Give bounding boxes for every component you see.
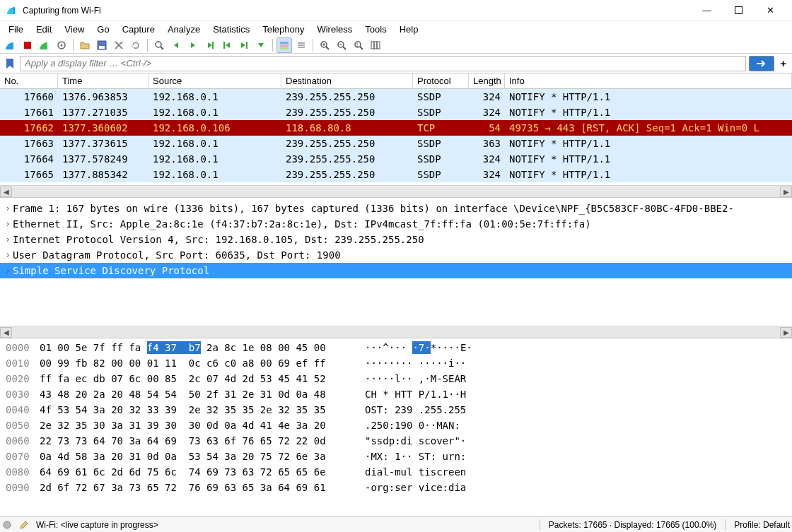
svg-text:1: 1 [356, 42, 359, 47]
details-scrollbar[interactable]: ◀▶ [0, 326, 792, 338]
bookmark-icon[interactable] [3, 59, 17, 69]
status-interface: Wi-Fi: <live capture in progress> [36, 520, 158, 530]
go-back-button[interactable] [168, 37, 184, 53]
save-file-button[interactable] [94, 37, 110, 53]
column-header-length[interactable]: Length [469, 73, 505, 88]
column-header-info[interactable]: Info [505, 73, 792, 88]
svg-line-24 [343, 47, 346, 49]
svg-rect-0 [735, 7, 742, 14]
reload-button[interactable] [128, 37, 144, 53]
menu-edit[interactable]: Edit [30, 23, 57, 36]
svg-point-32 [4, 521, 11, 528]
zoom-in-button[interactable] [317, 37, 332, 53]
svg-line-20 [326, 47, 329, 49]
column-header-time[interactable]: Time [58, 73, 148, 88]
column-header-destination[interactable]: Destination [281, 73, 413, 88]
zoom-reset-button[interactable]: 1 [351, 37, 366, 53]
status-packets: Packets: 17665 · Displayed: 17665 (100.0… [549, 520, 716, 530]
maximize-button[interactable] [723, 1, 755, 20]
hex-row[interactable]: 001000 99 fb 82 00 00 01 11 0c c6 c0 a8 … [0, 355, 792, 371]
text-colorize-button[interactable] [293, 37, 309, 53]
svg-line-9 [161, 47, 163, 49]
menu-wireless[interactable]: Wireless [311, 23, 358, 36]
menu-file[interactable]: File [3, 23, 29, 36]
status-profile[interactable]: Profile: Default [734, 520, 790, 530]
svg-line-27 [360, 47, 363, 49]
hex-row[interactable]: 003043 48 20 2a 20 48 54 54 50 2f 31 2e … [0, 386, 792, 402]
stop-capture-button[interactable] [20, 37, 35, 53]
svg-point-3 [61, 44, 63, 46]
hex-row[interactable]: 00502e 32 35 30 3a 31 39 30 30 0d 0a 4d … [0, 418, 792, 433]
go-to-packet-button[interactable] [202, 37, 218, 53]
svg-rect-14 [280, 45, 289, 47]
window-title: Capturing from Wi-Fi [23, 6, 691, 16]
menu-go[interactable]: Go [91, 23, 115, 36]
close-file-button[interactable] [111, 37, 127, 53]
zoom-out-button[interactable] [334, 37, 349, 53]
svg-rect-13 [280, 42, 289, 44]
column-header-source[interactable]: Source [148, 73, 281, 88]
svg-rect-5 [99, 46, 105, 49]
colorize-button[interactable] [276, 37, 292, 53]
packet-list-scrollbar[interactable]: ◀▶ [0, 185, 792, 197]
status-expert-icon[interactable] [2, 520, 12, 530]
apply-filter-button[interactable] [749, 56, 774, 71]
hex-row[interactable]: 00902d 6f 72 67 3a 73 65 72 76 69 63 65 … [0, 480, 792, 495]
hex-row[interactable]: 00404f 53 54 3a 20 32 33 39 2e 32 35 35 … [0, 402, 792, 418]
hex-row[interactable]: 000001 00 5e 7f ff fa f4 37 b7 2a 8c 1e … [0, 340, 792, 355]
hex-row[interactable]: 008064 69 61 6c 2d 6d 75 6c 74 69 73 63 … [0, 464, 792, 480]
menu-help[interactable]: Help [394, 23, 424, 36]
svg-rect-29 [371, 42, 374, 49]
go-last-button[interactable] [236, 37, 252, 53]
close-button[interactable]: ✕ [755, 1, 786, 20]
open-file-button[interactable] [77, 37, 93, 53]
packet-row[interactable]: 176601376.963853192.168.0.1239.255.255.2… [0, 89, 792, 105]
svg-rect-1 [24, 42, 31, 49]
menu-telephony[interactable]: Telephony [257, 23, 310, 36]
svg-rect-30 [374, 42, 377, 49]
packet-row[interactable]: 176641377.578249192.168.0.1239.255.255.2… [0, 151, 792, 167]
go-forward-button[interactable] [185, 37, 201, 53]
restart-capture-button[interactable] [37, 37, 52, 53]
auto-scroll-button[interactable] [253, 37, 269, 53]
hex-row[interactable]: 00700a 4d 58 3a 20 31 0d 0a 53 54 3a 20 … [0, 449, 792, 464]
wireshark-icon [6, 5, 17, 16]
packet-row[interactable]: 176631377.373615192.168.0.1239.255.255.2… [0, 136, 792, 151]
menu-statistics[interactable]: Statistics [207, 23, 255, 36]
column-header-no[interactable]: No. [0, 73, 58, 88]
protocol-tree-item[interactable]: ›Simple Service Discovery Protocol [0, 263, 792, 278]
protocol-tree-item[interactable]: ›Internet Protocol Version 4, Src: 192.1… [0, 232, 792, 247]
start-capture-button[interactable] [3, 37, 18, 53]
minimize-button[interactable]: ― [691, 1, 723, 20]
find-packet-button[interactable] [151, 37, 167, 53]
packet-row[interactable]: 176621377.360602192.168.0.106118.68.80.8… [0, 120, 792, 136]
protocol-tree-item[interactable]: ›User Datagram Protocol, Src Port: 60635… [0, 247, 792, 263]
svg-rect-15 [280, 47, 289, 49]
menu-tools[interactable]: Tools [359, 23, 392, 36]
packet-row[interactable]: 176611377.271035192.168.0.1239.255.255.2… [0, 105, 792, 120]
protocol-tree-item[interactable]: ›Frame 1: 167 bytes on wire (1336 bits),… [0, 201, 792, 216]
display-filter-input[interactable] [20, 56, 746, 71]
svg-rect-31 [377, 42, 380, 49]
capture-options-button[interactable] [54, 37, 69, 53]
menu-view[interactable]: View [59, 23, 90, 36]
protocol-tree-item[interactable]: ›Ethernet II, Src: Apple_2a:8c:1e (f4:37… [0, 216, 792, 232]
go-first-button[interactable] [219, 37, 235, 53]
resize-columns-button[interactable] [368, 37, 383, 53]
svg-point-8 [156, 42, 161, 47]
packet-row[interactable]: 176651377.885342192.168.0.1239.255.255.2… [0, 167, 792, 182]
menu-capture[interactable]: Capture [117, 23, 161, 36]
column-header-protocol[interactable]: Protocol [413, 73, 469, 88]
hex-row[interactable]: 0020ff fa ec db 07 6c 00 85 2c 07 4d 2d … [0, 371, 792, 386]
hex-row[interactable]: 006022 73 73 64 70 3a 64 69 73 63 6f 76 … [0, 433, 792, 449]
edit-capture-comment-icon[interactable] [19, 520, 29, 530]
add-filter-button[interactable]: + [777, 57, 789, 69]
menu-analyze[interactable]: Analyze [162, 23, 206, 36]
